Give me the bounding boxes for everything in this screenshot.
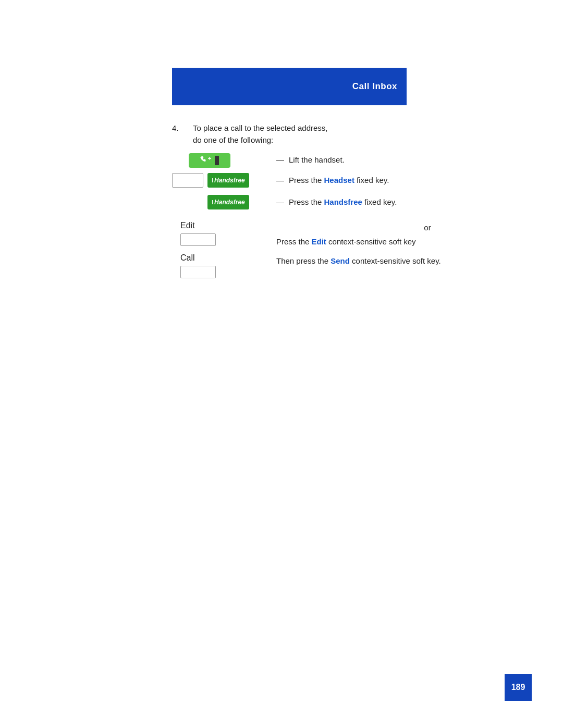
header-bar: Call Inbox: [172, 68, 407, 105]
page-title: Call Inbox: [352, 81, 397, 92]
phone-arrow-key: [189, 153, 230, 168]
bullet-lift-handset: — Lift the handset.: [276, 154, 537, 166]
left-images-col: Handsfree Handsfree: [172, 151, 276, 212]
page-number-box: 189: [505, 674, 532, 701]
handsfree-text: Press the Handsfree fixed key.: [289, 196, 397, 208]
headset-text: Press the Headset fixed key.: [289, 175, 389, 187]
headset-fixed-key: Handsfree: [207, 173, 249, 188]
lift-handset-text: Lift the handset.: [289, 154, 345, 166]
handsfree-key-row: Handsfree: [207, 195, 249, 209]
bullet-headset: — Press the Headset fixed key.: [276, 175, 537, 187]
step-4-row: 4. To place a call to the selected addre…: [172, 122, 537, 146]
send-highlight: Send: [331, 256, 350, 265]
phone-arrow-icon: [200, 156, 213, 165]
edit-highlight: Edit: [312, 237, 326, 246]
handsfree-highlight: Handsfree: [324, 198, 362, 206]
press-edit-text: Press the Edit context-sensitive soft ke…: [276, 236, 537, 248]
edit-call-left: Edit Call: [172, 221, 276, 278]
headset-highlight: Headset: [324, 176, 354, 184]
step-number: 4.: [172, 122, 193, 146]
blank-soft-key-1: [172, 173, 203, 188]
right-text-col: — Lift the handset. — Press the Headset …: [276, 151, 537, 212]
call-soft-key-box: [180, 266, 216, 278]
bullet-handsfree: — Press the Handsfree fixed key.: [276, 196, 537, 208]
step-intro-text: To place a call to the selected address,…: [193, 122, 328, 146]
edit-call-section: Edit Call or Press the Edit context-sens…: [172, 221, 537, 278]
send-text: Then press the Send context-sensitive so…: [276, 255, 537, 267]
page-number: 189: [511, 683, 525, 692]
edit-key-label: Edit: [180, 221, 276, 230]
call-key-label: Call: [180, 253, 276, 263]
or-text: or: [276, 223, 537, 232]
edit-soft-key-box: [180, 233, 216, 246]
content-area: 4. To place a call to the selected addre…: [172, 122, 537, 278]
handsfree-fixed-key: Handsfree: [207, 195, 249, 209]
edit-call-right: or Press the Edit context-sensitive soft…: [276, 221, 537, 267]
headset-key-row: Handsfree: [172, 173, 249, 188]
indicator-square: [215, 156, 219, 165]
step-detail-two-col: Handsfree Handsfree — Lift the handset. …: [172, 151, 537, 212]
